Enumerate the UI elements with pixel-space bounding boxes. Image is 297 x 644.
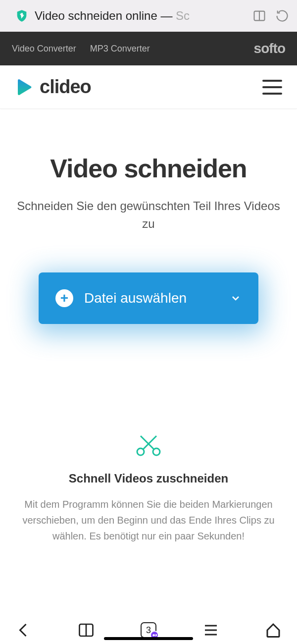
plus-icon <box>55 289 73 307</box>
nav-link-video-converter[interactable]: Video Converter <box>12 44 76 54</box>
page-title: Video schneiden online — Sc <box>35 9 190 23</box>
site-header: clideo <box>0 65 297 109</box>
back-button[interactable] <box>15 621 33 639</box>
home-button[interactable] <box>264 621 282 639</box>
scissors-icon <box>135 433 162 457</box>
feature-title: Schnell Videos zuschneiden <box>20 472 277 485</box>
tabs-button[interactable]: 3 <box>140 621 157 639</box>
reader-icon[interactable] <box>252 9 266 23</box>
hero-section: Video schneiden Schneiden Sie den gewüns… <box>0 109 297 354</box>
home-indicator <box>104 637 193 640</box>
hero-title: Video schneiden <box>15 154 282 183</box>
svg-line-5 <box>141 436 154 449</box>
play-icon <box>15 77 35 97</box>
svg-point-9 <box>155 635 156 636</box>
reload-icon[interactable] <box>275 9 289 23</box>
nav-link-mp3-converter[interactable]: MP3 Converter <box>90 44 150 54</box>
softo-logo[interactable]: softo <box>254 41 285 56</box>
clideo-logo[interactable]: clideo <box>15 76 91 98</box>
shield-icon <box>15 9 29 23</box>
browser-url-bar: Video schneiden online — Sc <box>0 0 297 32</box>
menu-button[interactable] <box>262 80 282 95</box>
svg-point-3 <box>153 448 160 455</box>
menu-icon[interactable] <box>202 621 220 639</box>
library-icon[interactable] <box>77 621 95 639</box>
brand-text: clideo <box>40 76 91 98</box>
hero-subtitle: Schneiden Sie den gewünschten Teil Ihres… <box>15 197 282 233</box>
secondary-nav: Video Converter MP3 Converter softo <box>0 32 297 65</box>
choose-file-label: Datei auswählen <box>84 290 187 306</box>
svg-point-2 <box>137 448 144 455</box>
svg-line-4 <box>143 436 156 449</box>
feature-text: Mit dem Programm können Sie die beiden M… <box>20 496 277 544</box>
feature-section: Schnell Videos zuschneiden Mit dem Progr… <box>0 433 297 544</box>
url-pill[interactable]: Video schneiden online — Sc <box>8 5 247 27</box>
choose-file-button[interactable]: Datei auswählen <box>39 272 258 324</box>
chevron-down-icon[interactable] <box>230 292 242 304</box>
